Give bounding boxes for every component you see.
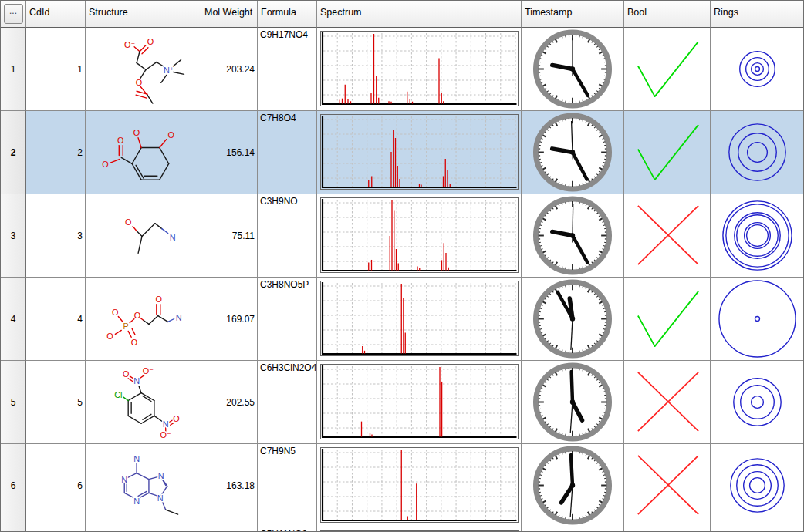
cdid-value: 3 <box>77 231 83 241</box>
svg-text:N: N <box>133 497 140 506</box>
table-row: 2 2 OOOO 156.14 C7H8O4 <box>1 111 803 194</box>
col-header-structure[interactable]: Structure <box>86 1 201 28</box>
svg-text:N: N <box>157 493 164 503</box>
rings-cell[interactable] <box>711 444 804 527</box>
spectrum-cell[interactable] <box>317 194 522 278</box>
corner-header-cell: ... <box>1 1 26 28</box>
formula-text: C3H9NO <box>260 196 298 207</box>
svg-text:Cl: Cl <box>114 390 122 399</box>
bool-cell[interactable] <box>624 111 711 194</box>
mol-weight-cell[interactable]: 169.07 <box>201 278 258 361</box>
row-header-cell[interactable]: 2 <box>1 111 26 194</box>
rings-cell[interactable] <box>711 111 804 194</box>
col-header-rings[interactable]: Rings <box>711 1 804 28</box>
rings-cell[interactable] <box>711 527 804 532</box>
timestamp-cell[interactable] <box>522 28 624 111</box>
svg-text:N: N <box>121 475 127 484</box>
mol-weight-cell[interactable]: 202.55 <box>201 361 258 444</box>
spectrum-cell[interactable] <box>317 361 522 444</box>
formula-text: C3H8NO5P <box>260 279 309 290</box>
mol-weight-cell[interactable]: 75.11 <box>201 194 258 278</box>
formula-cell[interactable]: C5H11NO2 <box>258 527 317 532</box>
bool-cell[interactable] <box>624 444 711 527</box>
formula-cell[interactable]: C3H8NO5P <box>258 278 317 361</box>
mol-weight-cell[interactable]: 203.24 <box>201 28 258 111</box>
row-header-cell[interactable]: 6 <box>1 444 26 527</box>
cdid-cell[interactable]: 3 <box>26 194 86 278</box>
svg-text:O: O <box>117 136 123 145</box>
timestamp-cell[interactable] <box>522 194 624 278</box>
bool-cell[interactable] <box>624 194 711 278</box>
column-header-row: ... CdId Structure Mol Weight Formula Sp… <box>1 1 803 28</box>
row-header-cell[interactable] <box>1 527 26 532</box>
spectrum-cell[interactable] <box>317 444 522 527</box>
col-header-cdid[interactable]: CdId <box>26 1 86 28</box>
cdid-value: 1 <box>77 64 83 75</box>
svg-text:O⁻: O⁻ <box>124 40 135 49</box>
spectrum-cell[interactable] <box>317 28 522 111</box>
cdid-cell[interactable]: 4 <box>26 278 86 361</box>
structure-cell[interactable]: ON <box>86 194 201 278</box>
spectrum-cell[interactable] <box>317 111 522 194</box>
row-number: 2 <box>11 147 16 158</box>
bool-cell[interactable] <box>624 361 711 444</box>
timestamp-cell[interactable] <box>522 444 624 527</box>
mol-weight-cell[interactable]: 163.18 <box>201 444 258 527</box>
cdid-cell[interactable]: 2 <box>26 111 86 194</box>
mol-weight-cell[interactable]: 156.14 <box>201 111 258 194</box>
rings-cell[interactable] <box>711 28 804 111</box>
row-header-cell[interactable]: 5 <box>1 361 26 444</box>
cdid-cell[interactable]: 5 <box>26 361 86 444</box>
clock-icon <box>522 529 623 532</box>
structure-cell[interactable]: OOOO <box>86 111 201 194</box>
row-header-cell[interactable]: 1 <box>1 28 26 111</box>
mol-weight-cell[interactable] <box>201 527 258 532</box>
clock-icon <box>522 361 623 443</box>
col-header-spectrum[interactable]: Spectrum <box>317 1 522 28</box>
formula-cell[interactable]: C7H8O4 <box>258 111 317 194</box>
spectrum-cell[interactable] <box>317 278 522 361</box>
row-header-cell[interactable]: 3 <box>1 194 26 278</box>
formula-cell[interactable]: C3H9NO <box>258 194 317 278</box>
col-header-bool[interactable]: Bool <box>624 1 711 28</box>
formula-cell[interactable]: C6H3ClN2O4 <box>258 361 317 444</box>
row-number: 5 <box>11 397 16 408</box>
grid-options-button[interactable]: ... <box>4 4 23 24</box>
timestamp-cell[interactable] <box>522 361 624 444</box>
structure-cell[interactable]: ClNOO⁻NOO⁻ <box>86 361 201 444</box>
bool-cell[interactable] <box>624 28 711 111</box>
cdid-cell[interactable]: 1 <box>26 28 86 111</box>
rings-cell[interactable] <box>711 361 804 444</box>
timestamp-cell[interactable] <box>522 527 624 532</box>
timestamp-cell[interactable] <box>522 111 624 194</box>
formula-cell[interactable]: C9H17NO4 <box>258 28 317 111</box>
bool-cell[interactable] <box>624 278 711 361</box>
clock-icon <box>522 194 623 277</box>
molecule-structure-drawing: O⁻ON⁺O <box>86 28 201 110</box>
timestamp-cell[interactable] <box>522 278 624 361</box>
structure-cell[interactable] <box>86 527 201 532</box>
svg-text:O: O <box>167 130 174 140</box>
cdid-cell[interactable] <box>26 527 86 532</box>
structure-cell[interactable]: POOOOON <box>86 278 201 361</box>
formula-cell[interactable]: C7H9N5 <box>258 444 317 527</box>
svg-text:O: O <box>147 37 154 46</box>
rings-cell[interactable] <box>711 278 804 361</box>
structure-cell[interactable]: O⁻ON⁺O <box>86 28 201 111</box>
molecule-structure-drawing: POOOOON <box>86 278 201 360</box>
cdid-cell[interactable]: 6 <box>26 444 86 527</box>
svg-text:O: O <box>112 308 118 317</box>
bool-cell[interactable] <box>624 527 711 532</box>
clock-icon <box>522 111 623 194</box>
mol-weight-value: 163.18 <box>226 480 255 491</box>
spectrum-cell[interactable] <box>317 527 522 532</box>
structure-cell[interactable]: NNNNN <box>86 444 201 527</box>
col-header-formula[interactable]: Formula <box>258 1 317 28</box>
table-row: 4 4 POOOOON 169.07 C3H8NO5P <box>1 278 803 361</box>
col-header-timestamp[interactable]: Timestamp <box>522 1 624 28</box>
row-header-cell[interactable]: 4 <box>1 278 26 361</box>
row-number: 3 <box>11 231 16 241</box>
col-header-mol-weight[interactable]: Mol Weight <box>201 1 258 28</box>
formula-text: C9H17NO4 <box>260 29 308 40</box>
rings-cell[interactable] <box>711 194 804 278</box>
